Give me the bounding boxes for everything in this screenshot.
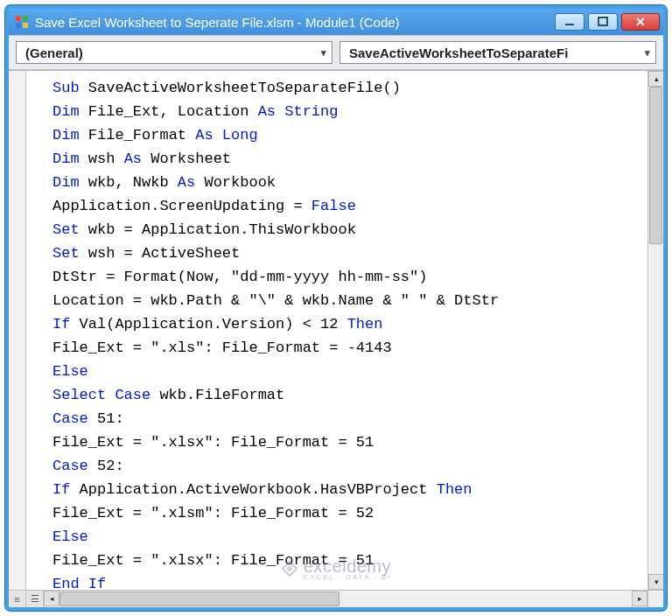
maximize-button[interactable]	[588, 13, 618, 31]
svg-rect-0	[16, 16, 21, 21]
close-button[interactable]: ✕	[621, 13, 660, 31]
code-text-area[interactable]: Sub SaveActiveWorksheetToSeparateFile() …	[26, 71, 648, 590]
margin-gutter	[9, 71, 26, 590]
procedure-view-button[interactable]: ≡	[9, 591, 26, 607]
object-dropdown-value: (General)	[25, 46, 83, 60]
chevron-down-icon: ▾	[645, 47, 650, 59]
procedure-dropdown-value: SaveActiveWorksheetToSeparateFi	[349, 46, 568, 60]
hscroll-thumb[interactable]	[60, 592, 340, 606]
full-module-view-button[interactable]: ☰	[26, 591, 44, 607]
chevron-down-icon: ▾	[321, 47, 326, 59]
dropdown-toolbar: (General) ▾ SaveActiveWorksheetToSeparat…	[9, 35, 663, 70]
svg-rect-4	[565, 24, 574, 25]
code-editor[interactable]: Sub SaveActiveWorksheetToSeparateFile() …	[9, 70, 663, 590]
vscroll-thumb[interactable]	[649, 87, 662, 244]
vscroll-track[interactable]	[648, 87, 663, 574]
svg-rect-3	[23, 23, 28, 28]
scroll-corner	[648, 591, 663, 607]
vertical-scrollbar[interactable]: ▴ ▾	[648, 71, 663, 590]
svg-rect-2	[16, 23, 21, 28]
bottom-bar: ≡ ☰ ◂ ▸	[9, 590, 663, 607]
horizontal-scrollbar[interactable]: ◂ ▸	[44, 591, 648, 607]
app-icon	[14, 14, 30, 30]
hscroll-track[interactable]	[60, 591, 632, 607]
minimize-button[interactable]	[555, 13, 584, 31]
procedure-dropdown[interactable]: SaveActiveWorksheetToSeparateFi ▾	[340, 41, 656, 64]
scroll-down-arrow-icon[interactable]: ▾	[648, 574, 663, 590]
window-buttons: ✕	[555, 13, 660, 31]
vba-editor-window: Save Excel Worksheet to Seperate File.xl…	[5, 5, 667, 611]
titlebar[interactable]: Save Excel Worksheet to Seperate File.xl…	[9, 9, 663, 35]
window-title: Save Excel Worksheet to Seperate File.xl…	[35, 15, 550, 30]
scroll-up-arrow-icon[interactable]: ▴	[648, 71, 663, 87]
scroll-left-arrow-icon[interactable]: ◂	[44, 591, 60, 606]
scroll-right-arrow-icon[interactable]: ▸	[632, 591, 648, 606]
object-dropdown[interactable]: (General) ▾	[16, 41, 332, 64]
svg-rect-5	[598, 18, 607, 25]
svg-rect-1	[23, 16, 28, 21]
